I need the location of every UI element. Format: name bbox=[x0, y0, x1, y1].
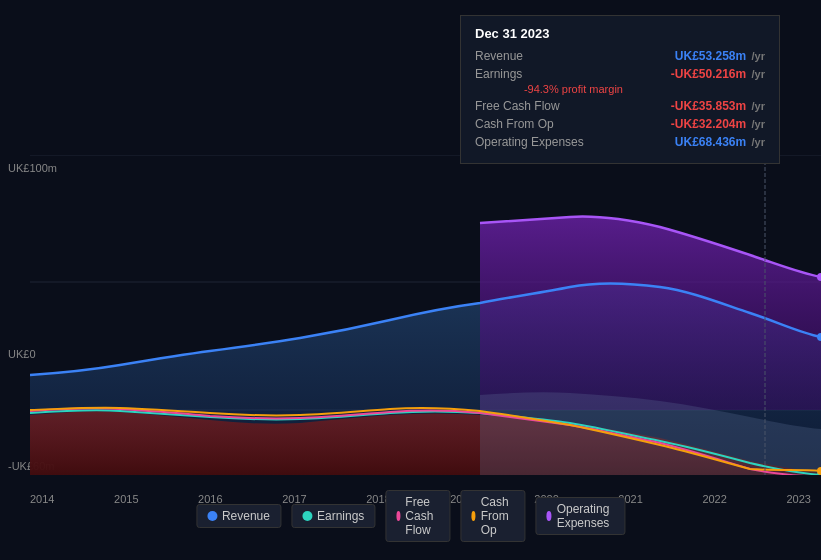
tooltip-opex: Operating Expenses UK£68.436m /yr bbox=[475, 135, 765, 149]
legend-fcf-dot bbox=[396, 511, 400, 521]
x-label-2015: 2015 bbox=[114, 493, 138, 505]
x-label-2022: 2022 bbox=[702, 493, 726, 505]
legend-earnings-label: Earnings bbox=[317, 509, 364, 523]
legend-revenue-label: Revenue bbox=[222, 509, 270, 523]
legend-opex-dot bbox=[546, 511, 551, 521]
tooltip-cashop: Cash From Op -UK£32.204m /yr bbox=[475, 117, 765, 131]
x-label-2014: 2014 bbox=[30, 493, 54, 505]
tooltip-opex-label: Operating Expenses bbox=[475, 135, 584, 149]
legend-fcf[interactable]: Free Cash Flow bbox=[385, 490, 450, 542]
tooltip-revenue-label: Revenue bbox=[475, 49, 523, 63]
tooltip-profit-margin: -94.3% profit margin bbox=[475, 83, 765, 95]
legend-opex[interactable]: Operating Expenses bbox=[535, 497, 625, 535]
legend-revenue-dot bbox=[207, 511, 217, 521]
tooltip-cashop-value: -UK£32.204m /yr bbox=[671, 117, 765, 131]
legend-revenue[interactable]: Revenue bbox=[196, 504, 281, 528]
legend-earnings-dot bbox=[302, 511, 312, 521]
tooltip: Dec 31 2023 Revenue UK£53.258m /yr Earni… bbox=[460, 15, 780, 164]
main-chart bbox=[30, 155, 821, 475]
chart-container: Dec 31 2023 Revenue UK£53.258m /yr Earni… bbox=[0, 0, 821, 560]
tooltip-opex-value: UK£68.436m /yr bbox=[675, 135, 765, 149]
legend-cashop[interactable]: Cash From Op bbox=[460, 490, 525, 542]
x-label-2023: 2023 bbox=[786, 493, 810, 505]
tooltip-fcf: Free Cash Flow -UK£35.853m /yr bbox=[475, 99, 765, 113]
tooltip-earnings-value: -UK£50.216m /yr bbox=[671, 67, 765, 81]
legend-fcf-label: Free Cash Flow bbox=[405, 495, 439, 537]
tooltip-fcf-label: Free Cash Flow bbox=[475, 99, 560, 113]
tooltip-cashop-label: Cash From Op bbox=[475, 117, 554, 131]
tooltip-fcf-value: -UK£35.853m /yr bbox=[671, 99, 765, 113]
legend-opex-label: Operating Expenses bbox=[557, 502, 614, 530]
legend-cashop-label: Cash From Op bbox=[481, 495, 515, 537]
tooltip-revenue: Revenue UK£53.258m /yr bbox=[475, 49, 765, 63]
tooltip-earnings-label: Earnings bbox=[475, 67, 522, 81]
tooltip-earnings: Earnings -UK£50.216m /yr bbox=[475, 67, 765, 81]
tooltip-date: Dec 31 2023 bbox=[475, 26, 765, 41]
legend-earnings[interactable]: Earnings bbox=[291, 504, 375, 528]
tooltip-revenue-value: UK£53.258m /yr bbox=[675, 49, 765, 63]
legend-cashop-dot bbox=[471, 511, 475, 521]
chart-legend: Revenue Earnings Free Cash Flow Cash Fro… bbox=[196, 490, 625, 542]
